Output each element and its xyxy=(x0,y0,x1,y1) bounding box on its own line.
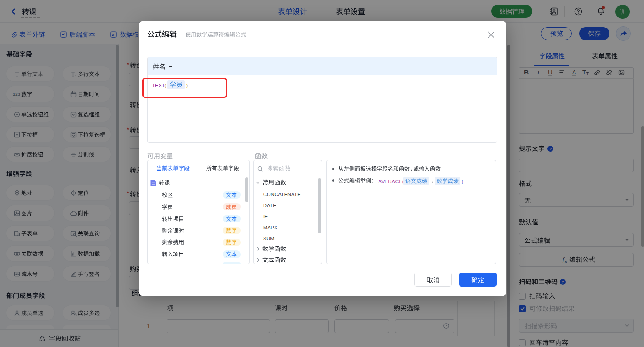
svg-text:): ) xyxy=(462,179,464,184)
svg-text:DATE: DATE xyxy=(263,203,276,208)
svg-text:MAPX: MAPX xyxy=(263,225,278,230)
svg-text:IF: IF xyxy=(263,214,268,219)
svg-text:=: = xyxy=(169,63,172,70)
svg-text:SUM: SUM xyxy=(263,236,274,241)
svg-text:AVERAGE(: AVERAGE( xyxy=(378,179,404,184)
svg-text:CONCATENATE: CONCATENATE xyxy=(263,192,301,197)
